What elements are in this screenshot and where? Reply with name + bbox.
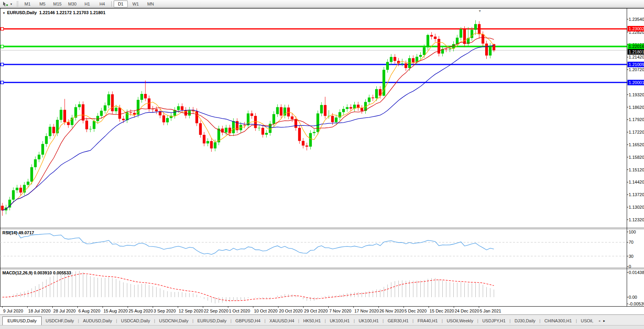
- chart-tab-bar: EURUSD,DailyUSDCHF,Daily|AUDUSD,Daily|US…: [0, 314, 644, 325]
- candle-body: [250, 114, 253, 116]
- chart-shift-triangle-icon[interactable]: ▼: [478, 9, 482, 13]
- timeframe-button-M1[interactable]: M1: [20, 0, 35, 7]
- tab-scroll-right-button[interactable]: ▸: [602, 319, 607, 325]
- date-axis-label: 20 Oct 2020: [279, 309, 303, 313]
- chart-tab-uk100-h1[interactable]: UK100,H1: [355, 317, 383, 325]
- tab-scroll-left-button[interactable]: ◂: [597, 319, 602, 325]
- candle-body: [309, 133, 312, 147]
- chart-tab-hk50-h1[interactable]: HK50,H1: [299, 317, 325, 325]
- chart-tab-usdjpy-h1[interactable]: USDJPY,H1: [478, 317, 510, 325]
- candle-body: [346, 107, 349, 109]
- timeframe-button-M5[interactable]: M5: [35, 0, 50, 7]
- candle-body: [45, 136, 48, 144]
- chart-tab-eurusd-daily[interactable]: EURUSD,Daily: [2, 316, 42, 325]
- line-anchor-handle[interactable]: [1, 63, 4, 66]
- candle-body: [276, 107, 279, 114]
- candle-body: [27, 182, 29, 185]
- timeframe-button-M15[interactable]: M15: [50, 0, 64, 7]
- chart-tab-ger30-h1[interactable]: GER30,H1: [384, 317, 412, 325]
- timeframe-button-D1[interactable]: D1: [114, 0, 128, 7]
- date-axis-label: 7 Nov 2020: [329, 309, 351, 313]
- current-price-badge: 1.21801: [627, 49, 644, 55]
- chart-tab-xauusd-h4[interactable]: XAUUSD,H4: [265, 317, 298, 325]
- chart-tab-usdcad-daily[interactable]: USDCAD,Daily: [117, 317, 154, 325]
- candle-body: [129, 112, 132, 113]
- price-axis-tick: 1.18620: [629, 105, 644, 110]
- candle-body: [85, 121, 88, 129]
- chart-tab-audusd-daily[interactable]: AUDUSD,Daily: [79, 317, 116, 325]
- chart-tab-usoil-weekly[interactable]: USOil,Weekly: [443, 317, 477, 325]
- crosshair-pointer-icon: [2, 1, 9, 7]
- candle-body: [489, 46, 491, 55]
- timeframe-button-H1[interactable]: H1: [80, 0, 94, 7]
- chart-tab-usdcnh-daily[interactable]: USDCNH,Daily: [155, 317, 193, 325]
- candle-body: [133, 113, 136, 115]
- candle-body: [412, 58, 414, 62]
- candle-body: [232, 121, 235, 133]
- candle-body: [155, 109, 158, 111]
- candle-body: [361, 108, 363, 111]
- candle-body: [214, 142, 217, 148]
- candle-body: [228, 128, 231, 133]
- candle-body: [104, 105, 107, 111]
- macd-axis-tick: 0.00: [629, 295, 644, 300]
- chart-tab-usoil-[interactable]: USOil,: [577, 317, 597, 325]
- candlestick-series[interactable]: [1, 20, 495, 216]
- chart-tab-china300-h1[interactable]: CHINA300,H1: [541, 317, 576, 325]
- candle-body: [342, 109, 345, 112]
- candle-body: [166, 118, 169, 122]
- candle-body: [471, 30, 473, 38]
- chart-tab-dj30-daily[interactable]: DJ30,Daily: [511, 317, 539, 325]
- candle-body: [203, 135, 206, 143]
- timeframe-button-M30[interactable]: M30: [65, 0, 79, 7]
- price-axis-tick: 1.14420: [629, 180, 644, 184]
- candle-body: [375, 89, 378, 98]
- timeframe-button-MN[interactable]: MN: [144, 0, 158, 7]
- candle-body: [78, 104, 81, 107]
- crosshair-tool-button[interactable]: ▼: [0, 0, 15, 7]
- date-axis-label: 29 Oct 2020: [304, 309, 328, 313]
- candle-body: [386, 62, 389, 70]
- level-price-badge: 1.22016: [627, 44, 644, 49]
- candle-body: [423, 47, 425, 55]
- candle-body: [243, 125, 246, 125]
- one-click-trading-icon[interactable]: ▼: [2, 11, 6, 15]
- candle-body: [482, 34, 484, 44]
- candle-body: [456, 38, 458, 44]
- price-axis-tick: 1.17220: [629, 130, 644, 134]
- date-axis-label: 26 Nov 2020: [379, 309, 404, 313]
- candle-body: [394, 57, 396, 61]
- candle-body: [265, 133, 268, 135]
- candle-body: [137, 100, 140, 115]
- candle-body: [331, 116, 334, 122]
- chart-tab-gbpusd-h4[interactable]: GBPUSD,H4: [232, 317, 265, 325]
- chart-tab-uk100-h1[interactable]: UK100,H1: [326, 317, 354, 325]
- toolbar: ▼ M1M5M15M30H1H4D1W1MN: [0, 0, 644, 8]
- line-anchor-handle[interactable]: [1, 28, 4, 30]
- line-anchor-handle[interactable]: [1, 81, 4, 84]
- chart-tab-usdchf-daily[interactable]: USDCHF,Daily: [42, 317, 78, 325]
- chart-title-symbol: EURUSD,Daily: [7, 10, 37, 15]
- line-anchor-handle[interactable]: [1, 45, 4, 48]
- candle-body: [63, 110, 66, 122]
- chart-window[interactable]: ▼EURUSD,Daily 1.22146 1.22172 1.21703 1.…: [0, 8, 644, 315]
- toolbar-grip[interactable]: [17, 1, 18, 7]
- candle-body: [56, 120, 59, 133]
- chart-tab-fra40-h1[interactable]: FRA40,H1: [414, 317, 442, 325]
- candle-body: [8, 200, 11, 208]
- candle-body: [445, 49, 447, 50]
- candle-body: [122, 119, 125, 120]
- candle-body: [335, 118, 338, 122]
- chart-tab-eurusd-daily[interactable]: EURUSD,Daily: [193, 317, 230, 325]
- candle-body: [126, 112, 129, 120]
- date-axis-label: 17 Nov 2020: [354, 309, 379, 313]
- candle-body: [177, 106, 180, 110]
- date-axis-label: 22 Sep 2020: [204, 309, 228, 313]
- candle-body: [96, 116, 99, 121]
- candle-body: [93, 121, 96, 129]
- price-chart-svg[interactable]: [0, 8, 644, 315]
- candle-body: [118, 108, 121, 119]
- timeframe-button-H4[interactable]: H4: [95, 0, 109, 7]
- timeframe-button-W1[interactable]: W1: [129, 0, 143, 7]
- level-price-badge: 1.23002: [627, 26, 644, 31]
